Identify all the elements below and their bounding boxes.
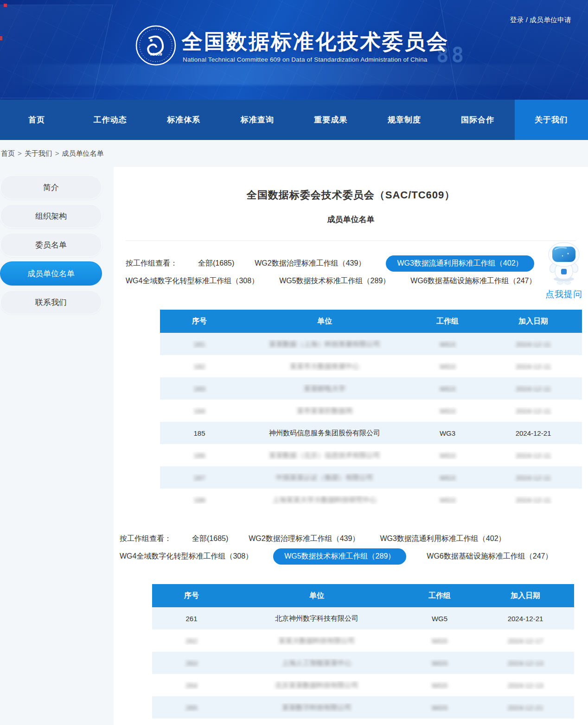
table-cell-text: 187 [193,474,205,482]
table-cell: 188 [160,496,239,504]
table-row: 185神州数码信息服务集团股份有限公司WG32024-12-21 [160,422,582,444]
nav-item-2[interactable]: 工作动态 [74,100,147,140]
table-cell-text: 2024-12-11 [516,474,551,482]
breadcrumb-separator: > [55,149,59,157]
table-cell: 2024-12-11 [485,407,582,415]
member-table-1: 序号单位工作组加入日期181某某数据（上海）科技发展有限公司WG32024-12… [160,310,582,511]
table-cell-text: WG5 [432,704,447,712]
breadcrumb-item-2[interactable]: 关于我们 [25,149,52,157]
filter-option-5[interactable]: WG5数据技术标准工作组（289） [279,276,390,286]
table-cell-text: 2024-12-21 [516,429,551,437]
site-logo-icon[interactable]: TC609 [135,25,176,66]
robot-mascot-icon[interactable] [544,278,584,286]
table-cell: 北京某某数据科技有限公司 [231,681,403,690]
filter-line: 按工作组查看：全部(1685)WG2数据治理标准工作组（439）WG3数据流通利… [126,255,588,272]
page-title: 全国数据标委会技术委员会（SAC/TC609） [114,188,588,202]
nav-item-5[interactable]: 重要成果 [294,100,368,140]
assistant-widget[interactable]: 点我提问 [542,242,586,300]
table-cell: 上海人工智能某某中心 [231,659,403,668]
table-cell: 184 [160,407,239,415]
filter-option-2[interactable]: WG2数据治理标准工作组（439） [255,259,365,268]
table-cell-text: 北京某某数据科技有限公司 [275,681,358,689]
table-row: 186某某数据（北京）信息技术有限公司WG32024-12-11 [160,444,582,466]
table-cell-text: WG3 [440,340,455,348]
login-link[interactable]: 登录 / 成员单位申请 [510,16,571,25]
table-cell-text: 某某市大数据发展中心 [290,362,359,370]
table-cell-text: 某某数据（北京）信息技术有限公司 [269,451,380,459]
table-cell-text: WG3 [440,429,455,437]
nav-item-1[interactable]: 首页 [0,100,74,140]
table-cell: WG3 [410,407,485,415]
table-cell: 2024-12-13 [477,659,574,667]
main-nav: 首页工作动态标准体系标准查询重要成果规章制度国际合作关于我们 [0,100,588,140]
table-cell-text: 2024-12-17 [508,637,543,645]
nav-item-3[interactable]: 标准体系 [147,100,221,140]
table-row: 184某市某某区数据局WG32024-12-11 [160,400,582,422]
table-cell: 263 [152,659,231,667]
table-cell-text: WG5 [432,659,447,667]
table-cell-text: 2024-12-11 [516,452,551,459]
breadcrumb-item-1[interactable]: 首页 [1,149,15,157]
breadcrumb-item-3: 成员单位名单 [62,149,104,157]
table-cell: 2024-12-11 [485,496,582,504]
filter-option-2[interactable]: WG2数据治理标准工作组（439） [249,534,359,544]
filter-option-1[interactable]: 全部(1685) [192,534,228,544]
table-header-cell: 加入日期 [477,591,574,601]
table-cell-text: WG5 [432,681,447,689]
table-cell: WG5 [403,637,477,645]
table-cell: WG3 [410,362,485,370]
table-row: 265某某数字科技有限公司WG52024-12-21 [152,696,574,719]
table-cell-text: 2024-12-13 [508,659,543,667]
filter-option-6[interactable]: WG6数据基础设施标准工作组（247） [427,552,552,561]
sidebar-item-4[interactable]: 成员单位名单 [0,261,102,286]
sidebar-item-3[interactable]: 委员名单 [0,233,102,257]
table-cell-text: WG3 [440,362,455,370]
sidebar-item-2[interactable]: 组织架构 [0,204,102,228]
table-cell-text: 185 [193,429,205,437]
table-cell: 2024-12-21 [477,704,574,712]
filter-option-5[interactable]: WG5数据技术标准工作组（289） [273,548,406,565]
table-row: 187中国某某认证（集团）有限公司WG32024-12-11 [160,466,582,489]
filter-option-6[interactable]: WG6数据基础设施标准工作组（247） [410,276,536,286]
nav-item-4[interactable]: 标准查询 [221,100,294,140]
table-cell: 2024-12-17 [477,637,574,645]
table-cell-text: 上海某某大学大数据科技研究中心 [273,496,377,503]
table-cell: WG5 [403,704,477,712]
site-title: 全国数据标准化技术委员会 [182,28,449,56]
table-header-cell: 工作组 [403,591,477,601]
nav-item-8[interactable]: 关于我们 [515,100,588,140]
table-cell-text: 2024-12-11 [516,496,551,504]
filter-option-4[interactable]: WG4全域数字化转型标准工作组（308） [126,276,259,286]
filter-option-1[interactable]: 全部(1685) [198,259,234,268]
table-cell: 186 [160,452,239,459]
table-cell: 181 [160,340,239,348]
table-cell-text: 2024-12-11 [516,407,551,415]
filter-option-3[interactable]: WG3数据流通利用标准工作组（402） [386,255,534,272]
table-cell-text: 某某大数据科技有限公司 [279,636,355,644]
table-cell-text: 中国某某认证（集团）有限公司 [276,473,373,481]
filter-section-2: 按工作组查看：全部(1685)WG2数据治理标准工作组（439）WG3数据流通利… [120,530,588,565]
member-table-2: 序号单位工作组加入日期261北京神州数字科技有限公司WG52024-12-212… [152,584,574,719]
table-cell: 261 [152,615,231,623]
table-cell: 182 [160,362,239,370]
table-cell-text: 263 [185,659,197,667]
filter-option-3[interactable]: WG3数据流通利用标准工作组（402） [380,534,505,544]
assistant-label[interactable]: 点我提问 [542,288,586,300]
table-cell: 185 [160,429,239,437]
sidebar-item-5[interactable]: 联系我们 [0,290,102,314]
table-cell: 某市某某区数据局 [239,407,410,415]
table-cell-text: 某市某某区数据局 [297,407,352,414]
top-banner: 88 登录 / 成员单位申请 TC609 全国数据标准化技术委员会 Nation… [0,0,588,100]
nav-item-7[interactable]: 国际合作 [441,100,515,140]
table-row: 264北京某某数据科技有限公司WG52024-12-13 [152,674,574,696]
nav-item-6[interactable]: 规章制度 [368,100,441,140]
table-cell: WG5 [403,659,477,667]
table-cell: 2024-12-13 [477,681,574,689]
table-cell-text: 2024-12-11 [516,385,551,393]
filter-section-1: 按工作组查看：全部(1685)WG2数据治理标准工作组（439）WG3数据流通利… [126,255,588,289]
table-cell: WG5 [403,681,477,689]
filter-option-4[interactable]: WG4全域数字化转型标准工作组（308） [120,552,253,561]
page-subtitle: 成员单位名单 [114,214,588,225]
sidebar-item-1[interactable]: 简介 [0,175,102,199]
table-cell-text: 2024-12-21 [508,704,543,712]
